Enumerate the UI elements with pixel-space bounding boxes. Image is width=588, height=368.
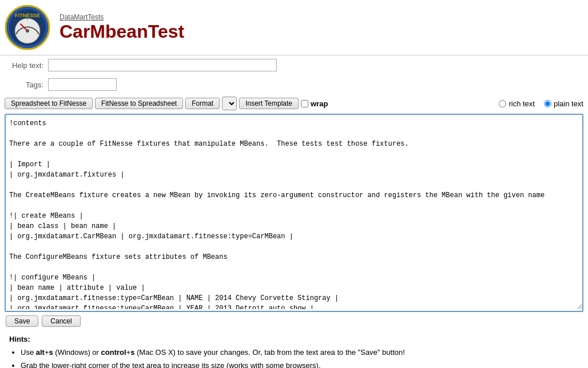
text-mode-radio-group: rich text plain text — [499, 99, 583, 108]
tags-row: Tags: — [0, 75, 588, 94]
hints-list: Use alt+s (Windows) or control+s (Mac OS… — [9, 346, 579, 368]
plain-text-option[interactable]: plain text — [544, 99, 583, 108]
help-text-label: Help text: — [9, 61, 43, 70]
format-button[interactable]: Format — [185, 98, 220, 109]
fitnesse-to-spreadsheet-button[interactable]: FitNesse to Spreadsheet — [95, 98, 183, 109]
hints-section: Hints: Use alt+s (Windows) or control+s … — [0, 330, 588, 368]
header-titles: DataMartTests CarMbeanTest — [59, 13, 184, 42]
breadcrumb[interactable]: DataMartTests — [59, 13, 184, 21]
header: FiTNESSE DataMartTests CarMbeanTest — [0, 0, 588, 55]
tags-label: Tags: — [9, 81, 43, 89]
hint-item-2: Grab the lower-right corner of the text … — [21, 359, 579, 368]
wrap-label-text: wrap — [311, 99, 328, 108]
page-title: CarMbeanTest — [59, 21, 184, 42]
tags-input[interactable] — [48, 78, 117, 91]
editor-textarea[interactable] — [6, 115, 582, 309]
save-button[interactable]: Save — [6, 315, 38, 327]
svg-point-5 — [26, 29, 29, 33]
help-text-row: Help text: — [0, 55, 588, 75]
svg-text:FiTNESSE: FiTNESSE — [15, 13, 40, 18]
toolbar: Spreadsheet to FitNesse FitNesse to Spre… — [0, 94, 588, 114]
wrap-checkbox-label[interactable]: wrap — [301, 99, 328, 108]
format-select[interactable] — [222, 97, 237, 110]
hints-title: Hints: — [9, 335, 579, 343]
spreadsheet-to-fitnesse-button[interactable]: Spreadsheet to FitNesse — [5, 98, 93, 109]
plain-text-label: plain text — [554, 99, 583, 108]
plain-text-radio[interactable] — [544, 100, 551, 107]
rich-text-option[interactable]: rich text — [499, 99, 535, 108]
help-text-input[interactable] — [48, 59, 277, 71]
save-bar: Save Cancel — [0, 312, 588, 330]
wrap-checkbox[interactable] — [301, 100, 308, 107]
cancel-button[interactable]: Cancel — [42, 315, 80, 327]
insert-template-button[interactable]: Insert Template — [239, 98, 299, 109]
logo: FiTNESSE — [5, 5, 50, 50]
editor-area — [5, 114, 583, 312]
hint-item-1: Use alt+s (Windows) or control+s (Mac OS… — [21, 346, 579, 359]
rich-text-label: rich text — [508, 99, 535, 108]
rich-text-radio[interactable] — [499, 100, 506, 107]
